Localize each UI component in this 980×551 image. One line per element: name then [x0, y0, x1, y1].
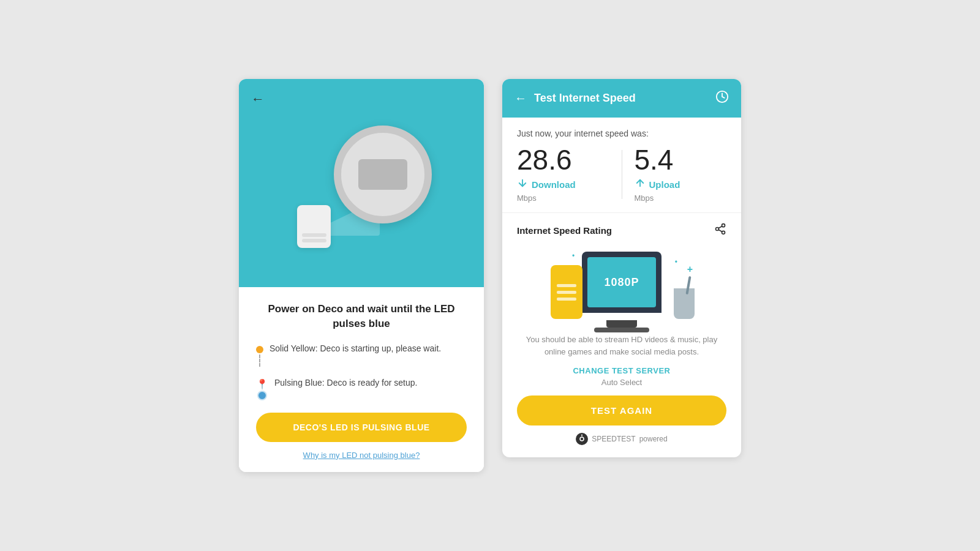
upload-col: 5.4 Upload Mbps — [635, 146, 727, 203]
sparkle-plus2: + — [687, 264, 693, 275]
monitor-icon: 1080P — [582, 252, 662, 313]
monitor-label: 1080P — [604, 276, 639, 289]
cup-icon — [674, 288, 695, 319]
sparkle-dot1: • — [572, 252, 575, 260]
deco-disc-router — [334, 126, 432, 223]
monitor-wrapper: 1080P — [582, 252, 662, 320]
led-connector-yellow — [256, 342, 263, 368]
rating-title: Internet Speed Rating — [517, 225, 612, 236]
auto-select-label: Auto Select — [517, 378, 726, 387]
phone-line2 — [557, 291, 576, 294]
pin-icon: 📍 — [256, 378, 268, 390]
upload-unit: Mbps — [635, 193, 654, 203]
pulsing-blue-button[interactable]: DECO'S LED IS PULSING BLUE — [256, 413, 467, 442]
rating-illustration: • • + + 1080P — [517, 246, 726, 325]
change-server-button[interactable]: CHANGE TEST SERVER — [517, 366, 726, 375]
upload-label: Upload — [649, 179, 680, 190]
speedtest-text: SPEEDTEST — [592, 435, 635, 443]
download-value: 28.6 — [517, 146, 572, 174]
phone-icon — [551, 265, 582, 319]
svg-line-6 — [718, 230, 722, 231]
deco-disc-inner — [358, 159, 407, 190]
rating-header: Internet Speed Rating — [517, 223, 726, 238]
download-col: 28.6 Download Mbps — [517, 146, 609, 203]
svg-line-7 — [718, 227, 722, 228]
speed-row: 28.6 Download Mbps 5.4 — [517, 146, 726, 203]
speedtest-logo — [576, 433, 588, 445]
deco-small-band2 — [302, 239, 326, 242]
download-unit: Mbps — [517, 193, 537, 203]
led-blue-text: Pulsing Blue: Deco is ready for setup. — [274, 377, 417, 388]
phone-line3 — [557, 298, 576, 301]
left-panel: ← Power on Deco and wait until the LED p… — [239, 79, 484, 472]
led-blue-item: 📍 Pulsing Blue: Deco is ready for setup. — [256, 377, 467, 399]
deco-small-band — [302, 233, 326, 237]
dot-yellow — [256, 346, 263, 353]
cup-straw — [685, 276, 691, 294]
powered-text: powered — [639, 435, 668, 443]
download-label-row: Download — [517, 178, 576, 192]
left-title: Power on Deco and wait until the LED pul… — [256, 302, 467, 331]
deco-small-router — [297, 205, 331, 248]
monitor-base — [594, 328, 649, 332]
speedtest-brand: SPEEDTEST powered — [517, 433, 726, 445]
upload-value: 5.4 — [635, 146, 674, 174]
monitor-screen: 1080P — [587, 257, 656, 307]
phone-line1 — [557, 284, 576, 287]
right-header: ← Test Internet Speed — [502, 79, 741, 118]
upload-label-row: Upload — [635, 178, 680, 192]
upload-arrow-icon — [635, 178, 646, 192]
dot-blue — [258, 392, 266, 399]
speed-divider — [622, 150, 622, 199]
led-yellow-text: Solid Yellow: Deco is starting up, pleas… — [270, 342, 441, 353]
sparkle-dot2: • — [675, 258, 677, 266]
led-yellow-item: Solid Yellow: Deco is starting up, pleas… — [256, 342, 467, 368]
download-label: Download — [532, 179, 576, 190]
share-icon[interactable] — [714, 223, 726, 238]
right-header-title: Test Internet Speed — [534, 92, 708, 105]
left-body: Power on Deco and wait until the LED pul… — [239, 287, 484, 472]
download-arrow-icon — [517, 178, 528, 192]
led-help-link[interactable]: Why is my LED not pulsing blue? — [256, 451, 467, 460]
dashed-connector — [259, 354, 260, 367]
speed-subtitle: Just now, your internet speed was: — [517, 129, 726, 138]
led-status-list: Solid Yellow: Deco is starting up, pleas… — [256, 342, 467, 399]
history-icon[interactable] — [715, 90, 729, 107]
speed-section: Just now, your internet speed was: 28.6 … — [502, 118, 741, 213]
led-connector-blue: 📍 — [256, 377, 268, 399]
monitor-stand — [606, 320, 637, 328]
right-back-button[interactable]: ← — [514, 91, 527, 105]
deco-illustration — [285, 113, 438, 266]
test-again-button[interactable]: TEST AGAIN — [517, 395, 726, 425]
back-arrow-icon[interactable]: ← — [251, 91, 265, 107]
left-header: ← — [239, 79, 484, 287]
right-panel: ← Test Internet Speed Just now, your int… — [502, 79, 741, 457]
rating-section: Internet Speed Rating • • + + — [502, 213, 741, 457]
rating-desc: You should be able to stream HD videos &… — [517, 334, 726, 358]
